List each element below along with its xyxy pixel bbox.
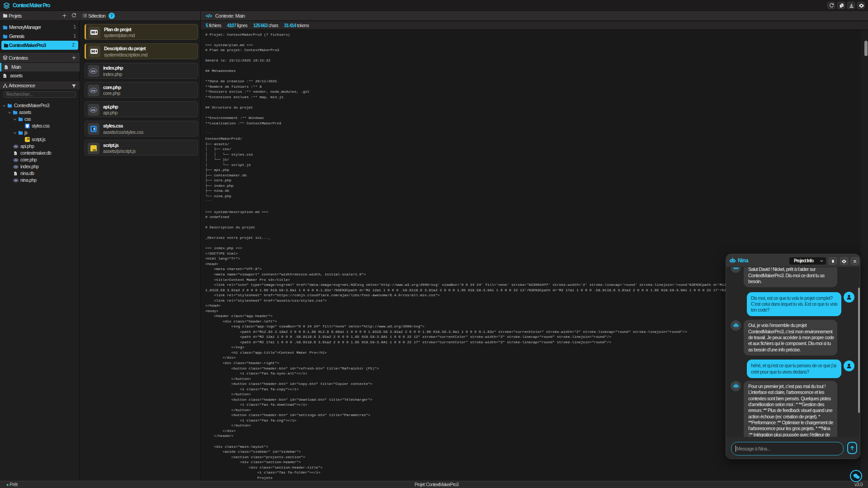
svg-text:php: php (91, 70, 96, 72)
svg-text:php: php (14, 146, 18, 147)
svg-text:php: php (91, 109, 96, 111)
svg-text:php: php (14, 166, 18, 168)
svg-text:php: php (14, 180, 18, 181)
svg-text:php: php (91, 89, 96, 92)
svg-text:php: php (14, 159, 18, 161)
